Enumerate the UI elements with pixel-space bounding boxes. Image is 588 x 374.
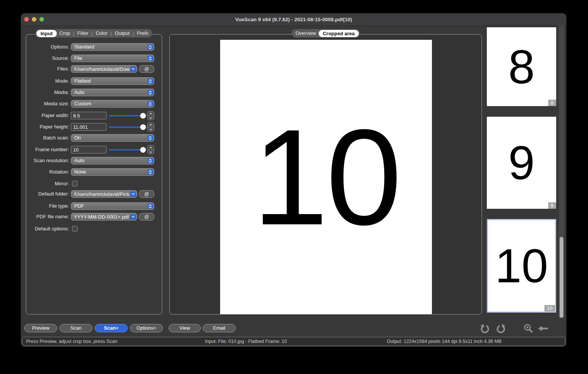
scan-plus-button[interactable]: Scan+ [95,324,128,332]
window-title: VueScan 9 x64 (9.7.62) - 2021-08-15-0008… [21,13,566,26]
rotation-select-value: None [74,169,86,175]
chevron-down-icon[interactable] [130,214,136,219]
tab-overview[interactable]: Overview [293,29,319,38]
pdf-file-name-at-button[interactable]: @ [139,213,154,221]
rotate-left-icon[interactable] [480,323,490,334]
options-label: Options: [22,43,69,51]
batch-scan-select[interactable]: On [71,134,154,142]
slider-thumb[interactable] [140,124,146,130]
rotate-right-icon[interactable] [496,323,506,334]
step-up-icon[interactable] [148,123,154,127]
preview-button[interactable]: Preview [24,324,57,332]
minimize-button[interactable] [32,17,36,22]
thumbnail-number: 9 [508,135,535,190]
mirror-checkbox[interactable] [72,181,78,186]
step-up-icon[interactable] [148,146,154,150]
arrow-left-icon[interactable] [538,323,548,334]
slider-thumb[interactable] [140,147,146,153]
tab-color[interactable]: Color [93,29,110,38]
thumbnail-scrollbar[interactable] [559,25,564,318]
chevron-up-down-icon [147,78,153,84]
default-folder-combobox[interactable] [71,190,137,198]
thumbnail-badge: 9 [548,202,556,209]
paper-width-input[interactable] [71,112,106,119]
paper-height-input[interactable] [71,123,106,131]
scrollbar-thumb[interactable] [560,237,563,318]
status-bar: Press Preview, adjust crop box, press Sc… [22,337,565,346]
chevron-up-down-icon [147,169,153,175]
view-button[interactable]: View [169,324,201,332]
step-down-icon[interactable] [148,127,154,131]
tab-crop[interactable]: Crop [57,29,73,38]
preview-page-number: 10 [252,99,399,255]
email-button[interactable]: Email [203,324,236,332]
chevron-up-down-icon [147,44,153,50]
step-up-icon[interactable] [148,111,154,116]
media-select-value: Auto [74,89,84,96]
file-type-select[interactable]: PDF [71,202,154,210]
paper-width-label: Paper width: [22,112,69,119]
close-button[interactable] [24,17,29,22]
files-combobox[interactable] [71,65,137,73]
tab-output[interactable]: Output [112,29,132,38]
scan-resolution-label: Scan resolution: [22,157,69,164]
thumbnail-page-9[interactable]: 9 9 [487,117,556,209]
default-folder-at-button[interactable]: @ [139,190,154,198]
pdf-file-name-input[interactable] [74,213,130,220]
thumbnail-page-8[interactable]: 8 8 [487,27,556,106]
pdf-file-name-combobox[interactable] [71,213,137,221]
batch-scan-select-value: On [74,135,81,141]
vuescan-window: VueScan 9 x64 (9.7.62) - 2021-08-15-0008… [21,13,566,347]
source-label: Source: [22,55,69,62]
files-at-button[interactable]: @ [139,65,154,73]
files-label: Files: [22,65,69,73]
default-options-checkbox[interactable] [72,226,78,232]
frame-number-slider[interactable] [109,146,144,153]
chevron-down-icon[interactable] [130,66,136,72]
options-select[interactable]: Standard [71,43,154,51]
options-plus-button[interactable]: Options+ [130,324,163,332]
status-input-info: Input: File: 010.jpg - Flatbed Frame: 10 [205,337,287,346]
media-size-label: Media size: [22,100,69,108]
scan-button[interactable]: Scan [59,324,92,332]
media-label: Media: [22,89,69,96]
chevron-up-down-icon [147,135,153,141]
paper-height-slider[interactable] [109,123,144,131]
media-select[interactable]: Auto [71,89,154,96]
rotation-label: Rotation: [22,168,69,176]
paper-height-stepper[interactable] [147,122,154,131]
mode-select[interactable]: Flatbed [71,77,154,85]
chevron-down-icon[interactable] [130,191,136,197]
batch-scan-label: Batch scan: [22,134,69,142]
file-type-label: File type: [22,202,69,210]
step-down-icon[interactable] [148,116,154,120]
thumbnail-number: 10 [495,238,548,293]
preview-page[interactable]: 10 [220,40,432,314]
maximize-button[interactable] [39,17,44,22]
preview-tab-bar: Overview Cropped area [292,29,360,38]
zoom-in-icon[interactable] [523,323,534,334]
media-size-select[interactable]: Custom [71,100,154,108]
source-select-value: File [74,55,82,62]
slider-thumb[interactable] [140,113,146,119]
source-select[interactable]: File [71,55,154,62]
tab-cropped-area[interactable]: Cropped area [319,30,359,37]
tab-input[interactable]: Input [36,30,57,37]
frame-number-input[interactable] [71,146,106,153]
pdf-file-name-label: PDF file name: [22,213,69,221]
thumbnail-page-10[interactable]: 10 10 [487,219,556,313]
scan-resolution-select[interactable]: Auto [71,157,154,164]
paper-width-slider[interactable] [109,112,144,119]
frame-number-stepper[interactable] [147,145,154,154]
mirror-label: Mirror: [22,180,69,188]
title-bar: VueScan 9 x64 (9.7.62) - 2021-08-15-0008… [21,13,566,26]
files-input[interactable] [74,66,130,72]
status-hint: Press Preview, adjust crop box, press Sc… [26,337,117,346]
tab-filter[interactable]: Filter [75,29,91,38]
default-folder-input[interactable] [74,191,130,197]
paper-width-stepper[interactable] [147,111,154,120]
rotation-select[interactable]: None [71,168,154,176]
tab-prefs[interactable]: Prefs [134,29,151,38]
step-down-icon[interactable] [148,150,154,154]
thumbnail-number: 8 [508,39,535,94]
